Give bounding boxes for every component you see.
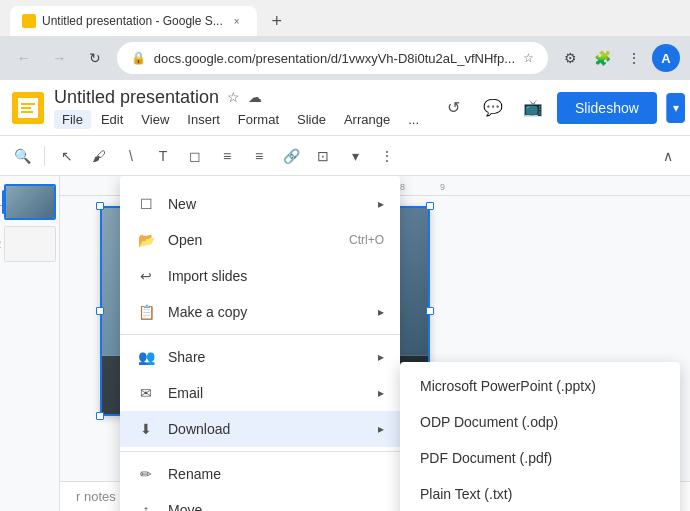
puzzle-icon[interactable]: 🧩: [588, 44, 616, 72]
rename-menu-item[interactable]: ✏ Rename: [120, 456, 400, 492]
move-icon: ↕: [136, 500, 156, 511]
download-label: Download: [168, 421, 366, 437]
link-icon[interactable]: 🔗: [277, 142, 305, 170]
download-arrow-icon: ▸: [378, 422, 384, 436]
cursor-icon[interactable]: ↖: [53, 142, 81, 170]
svg-text:9: 9: [440, 182, 445, 192]
arrange-menu-item[interactable]: Arrange: [336, 110, 398, 129]
tab-favicon: [22, 14, 36, 28]
collapse-toolbar-icon[interactable]: ∧: [654, 142, 682, 170]
align-left-icon[interactable]: ≡: [213, 142, 241, 170]
rename-label: Rename: [168, 466, 384, 482]
svg-text:8: 8: [400, 182, 405, 192]
app-title-row: Untitled presentation ☆ ☁: [54, 87, 427, 108]
slide-thumbnail-2[interactable]: 2: [4, 226, 56, 262]
view-menu-item[interactable]: View: [133, 110, 177, 129]
download-menu-item[interactable]: ⬇ Download ▸: [120, 411, 400, 447]
copy-icon: 📋: [136, 302, 156, 322]
crop-icon[interactable]: ⊡: [309, 142, 337, 170]
download-icon: ⬇: [136, 419, 156, 439]
import-menu-item[interactable]: ↩ Import slides: [120, 258, 400, 294]
email-icon: ✉: [136, 383, 156, 403]
main-area: 1 2 1 2 3 4 5 6 7 8 9: [0, 176, 690, 511]
browser-actions: ⚙ 🧩 ⋮ A: [556, 44, 680, 72]
more-menu-item[interactable]: ...: [400, 110, 427, 129]
format-menu-item[interactable]: Format: [230, 110, 287, 129]
app-logo: [12, 92, 44, 124]
slides-logo-icon: [12, 92, 44, 124]
open-icon: 📂: [136, 230, 156, 250]
tab-close-icon[interactable]: ×: [229, 13, 245, 29]
slide-menu-item[interactable]: Slide: [289, 110, 334, 129]
present-icon[interactable]: 📺: [517, 92, 549, 124]
svg-rect-4: [21, 111, 33, 113]
open-label: Open: [168, 232, 337, 248]
back-button[interactable]: ←: [10, 44, 38, 72]
move-menu-item[interactable]: ↕ Move: [120, 492, 400, 511]
slideshow-label: Slideshow: [575, 100, 639, 116]
cloud-icon: ☁: [248, 89, 262, 105]
rename-icon: ✏: [136, 464, 156, 484]
slide-number-2: 2: [0, 239, 1, 250]
toolbar: 🔍 ↖ 🖌 \ T ◻ ≡ ≡ 🔗 ⊡ ▾ ⋮ ∧: [0, 136, 690, 176]
shape-icon[interactable]: ◻: [181, 142, 209, 170]
notes-placeholder: r notes: [76, 489, 116, 504]
toolbar-separator-1: [44, 146, 45, 166]
star-icon[interactable]: ☆: [227, 89, 240, 105]
app-header: Untitled presentation ☆ ☁ File Edit View…: [0, 80, 690, 136]
forward-button[interactable]: →: [46, 44, 74, 72]
share-menu-item[interactable]: 👥 Share ▸: [120, 339, 400, 375]
share-arrow-icon: ▸: [378, 350, 384, 364]
edit-menu-item[interactable]: Edit: [93, 110, 131, 129]
active-tab[interactable]: Untitled presentation - Google S... ×: [10, 6, 257, 36]
comment-icon[interactable]: 💬: [477, 92, 509, 124]
email-label: Email: [168, 385, 366, 401]
profile-avatar[interactable]: A: [652, 44, 680, 72]
arrange-dropdown-icon[interactable]: ▾: [341, 142, 369, 170]
new-label: New: [168, 196, 366, 212]
download-txt[interactable]: Plain Text (.txt): [400, 476, 680, 511]
email-menu-item[interactable]: ✉ Email ▸: [120, 375, 400, 411]
file-menu: ☐ New ▸ 📂 Open Ctrl+O ↩ Import slides: [120, 176, 400, 511]
zoom-icon[interactable]: 🔍: [8, 142, 36, 170]
url-bar[interactable]: 🔒 docs.google.com/presentation/d/1vwxyVh…: [117, 42, 548, 74]
slideshow-dropdown-button[interactable]: ▾: [666, 93, 685, 123]
slide-panel: 1 2: [0, 176, 60, 511]
extensions-icon[interactable]: ⚙: [556, 44, 584, 72]
line-icon[interactable]: \: [117, 142, 145, 170]
copy-menu-item[interactable]: 📋 Make a copy ▸: [120, 294, 400, 330]
browser-window: Untitled presentation - Google S... × + …: [0, 0, 690, 80]
more-toolbar-icon[interactable]: ⋮: [373, 142, 401, 170]
download-odp[interactable]: ODP Document (.odp): [400, 404, 680, 440]
more-icon[interactable]: ⋮: [620, 44, 648, 72]
tab-title: Untitled presentation - Google S...: [42, 14, 223, 28]
slide-thumbnail-1[interactable]: 1: [4, 184, 56, 220]
align-center-icon[interactable]: ≡: [245, 142, 273, 170]
new-tab-button[interactable]: +: [263, 7, 291, 35]
app-title-section: Untitled presentation ☆ ☁ File Edit View…: [54, 87, 427, 129]
bookmark-icon[interactable]: ☆: [523, 51, 534, 65]
file-menu-section-2: 👥 Share ▸ ✉ Email ▸ ⬇ Download ▸: [120, 335, 400, 452]
move-label: Move: [168, 502, 384, 511]
canvas-area: 1 2 3 4 5 6 7 8 9: [60, 176, 690, 511]
document-title[interactable]: Untitled presentation: [54, 87, 219, 108]
svg-rect-2: [21, 103, 35, 105]
google-slides-app: Untitled presentation ☆ ☁ File Edit View…: [0, 80, 690, 511]
download-pdf[interactable]: PDF Document (.pdf): [400, 440, 680, 476]
insert-menu-item[interactable]: Insert: [179, 110, 228, 129]
address-bar: ← → ↻ 🔒 docs.google.com/presentation/d/1…: [0, 36, 690, 80]
refresh-button[interactable]: ↻: [81, 44, 109, 72]
copy-arrow-icon: ▸: [378, 305, 384, 319]
file-menu-section-1: ☐ New ▸ 📂 Open Ctrl+O ↩ Import slides: [120, 182, 400, 335]
slideshow-button[interactable]: Slideshow: [557, 92, 657, 124]
slide-number-1: 1: [0, 197, 2, 208]
paint-icon[interactable]: 🖌: [85, 142, 113, 170]
file-menu-item[interactable]: File: [54, 110, 91, 129]
text-icon[interactable]: T: [149, 142, 177, 170]
download-pptx[interactable]: Microsoft PowerPoint (.pptx): [400, 368, 680, 404]
import-label: Import slides: [168, 268, 384, 284]
svg-rect-3: [21, 107, 31, 109]
undo-icon[interactable]: ↺: [437, 92, 469, 124]
open-menu-item[interactable]: 📂 Open Ctrl+O: [120, 222, 400, 258]
new-menu-item[interactable]: ☐ New ▸: [120, 186, 400, 222]
